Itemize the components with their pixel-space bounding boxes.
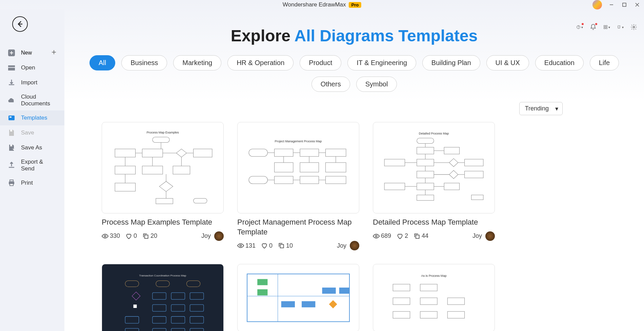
svg-text:As is Process Map: As is Process Map xyxy=(421,274,447,277)
user-avatar[interactable] xyxy=(592,0,602,9)
filter-symbol[interactable]: Symbol xyxy=(356,77,397,92)
grid-icon[interactable]: ▾ xyxy=(603,24,610,30)
svg-rect-79 xyxy=(417,159,434,166)
svg-rect-141 xyxy=(420,298,437,305)
svg-rect-62 xyxy=(326,176,346,184)
sidebar-label: Save xyxy=(21,129,34,136)
card-preview: Process Map Examples xyxy=(102,122,224,213)
bell-icon[interactable] xyxy=(590,24,597,30)
template-card[interactable]: Project Management Process Map xyxy=(237,122,359,250)
svg-rect-16 xyxy=(8,65,15,67)
sort-label: Trending xyxy=(525,105,549,112)
svg-rect-115 xyxy=(190,305,204,311)
svg-rect-138 xyxy=(393,284,410,291)
sort-dropdown[interactable]: Trending ▾ xyxy=(519,102,563,115)
filter-marketing[interactable]: Marketing xyxy=(173,55,221,70)
svg-rect-143 xyxy=(393,311,410,318)
close-button[interactable] xyxy=(634,1,641,8)
sidebar-item-open[interactable]: Open xyxy=(0,60,64,75)
sidebar-label: Open xyxy=(21,64,35,71)
svg-rect-122 xyxy=(171,329,185,331)
sidebar-item-templates[interactable]: Templates xyxy=(0,110,64,125)
svg-rect-35 xyxy=(115,183,135,191)
template-card[interactable]: Detailed Process Map xyxy=(373,122,495,250)
svg-rect-119 xyxy=(190,316,204,323)
filter-all[interactable]: All xyxy=(89,55,115,70)
svg-marker-30 xyxy=(176,149,186,157)
svg-marker-80 xyxy=(449,159,458,167)
svg-rect-130 xyxy=(281,301,295,307)
svg-point-5 xyxy=(578,28,579,28)
filter-building[interactable]: Building Plan xyxy=(422,55,480,70)
svg-text:Transaction Coordination Proce: Transaction Coordination Process Map xyxy=(139,274,186,277)
card-preview: Detailed Process Map xyxy=(373,122,495,213)
svg-rect-27 xyxy=(153,137,169,142)
sidebar-item-new[interactable]: New xyxy=(0,45,64,60)
svg-rect-76 xyxy=(417,147,434,154)
svg-rect-61 xyxy=(300,176,319,184)
svg-marker-109 xyxy=(132,292,140,300)
sidebar-item-import[interactable]: Import xyxy=(0,75,64,90)
filter-it[interactable]: IT & Engineering xyxy=(347,55,416,70)
svg-rect-81 xyxy=(465,159,483,166)
svg-rect-140 xyxy=(393,298,410,305)
svg-point-103 xyxy=(376,235,377,237)
svg-rect-57 xyxy=(300,163,319,172)
filter-others[interactable]: Others xyxy=(311,77,350,92)
svg-rect-120 xyxy=(125,329,139,331)
back-button[interactable] xyxy=(12,16,28,32)
title-bar: Wondershare EdrawMax Pro xyxy=(0,0,644,9)
template-card[interactable] xyxy=(237,264,359,331)
svg-rect-50 xyxy=(145,235,148,238)
card-preview: As is Process Map xyxy=(373,264,495,331)
svg-marker-132 xyxy=(329,300,337,308)
sidebar-item-export[interactable]: Export & Send xyxy=(0,155,64,175)
svg-rect-121 xyxy=(153,329,166,331)
maximize-button[interactable] xyxy=(621,1,628,8)
sidebar-item-save-as[interactable]: Save As xyxy=(0,140,64,155)
author-avatar xyxy=(350,241,359,250)
sidebar-label: Save As xyxy=(21,144,42,151)
filter-life[interactable]: Life xyxy=(590,55,619,70)
svg-rect-8 xyxy=(604,27,605,29)
sidebar-item-print[interactable]: Print xyxy=(0,175,64,190)
app-title: Wondershare EdrawMax xyxy=(283,1,346,8)
author-name: Joy xyxy=(337,242,346,249)
filter-education[interactable]: Education xyxy=(535,55,584,70)
gear-icon[interactable] xyxy=(630,24,637,30)
template-card[interactable]: Transaction Coordination Process Map xyxy=(102,264,224,331)
import-icon xyxy=(7,79,16,87)
sidebar-label: Export & Send xyxy=(21,159,57,172)
sidebar-label: Templates xyxy=(21,115,47,121)
svg-rect-112 xyxy=(190,293,204,299)
svg-text:Detailed Process Map: Detailed Process Map xyxy=(419,132,449,135)
template-card[interactable]: Process Map Examples xyxy=(102,122,224,250)
svg-marker-83 xyxy=(449,170,458,179)
minimize-button[interactable] xyxy=(608,1,615,8)
wardrobe-icon[interactable]: ▾ xyxy=(617,24,624,30)
svg-rect-29 xyxy=(142,149,163,157)
author-name: Joy xyxy=(201,232,211,240)
filter-business[interactable]: Business xyxy=(121,55,167,70)
template-card[interactable]: As is Process Map xyxy=(373,264,495,331)
copies-stat: 20 xyxy=(142,232,157,240)
svg-rect-142 xyxy=(447,298,464,305)
svg-rect-139 xyxy=(420,284,437,291)
copies-stat: 10 xyxy=(278,242,293,249)
filter-product[interactable]: Product xyxy=(300,55,341,70)
filter-hr[interactable]: HR & Operation xyxy=(227,55,294,70)
plus-icon[interactable] xyxy=(51,49,57,57)
sidebar-item-cloud[interactable]: Cloud Documents xyxy=(0,90,64,110)
author-avatar xyxy=(214,231,224,241)
svg-rect-31 xyxy=(194,149,212,157)
svg-rect-124 xyxy=(133,305,137,308)
filter-uiux[interactable]: UI & UX xyxy=(486,55,529,70)
card-preview xyxy=(237,264,359,331)
save-as-icon xyxy=(7,144,16,152)
svg-rect-84 xyxy=(465,171,483,178)
templates-grid: Process Map Examples xyxy=(85,122,624,331)
svg-point-72 xyxy=(240,245,242,247)
heading-blue: All Diagrams Templates xyxy=(294,27,478,45)
help-icon[interactable]: ▾ xyxy=(576,24,583,30)
svg-rect-19 xyxy=(9,117,12,118)
